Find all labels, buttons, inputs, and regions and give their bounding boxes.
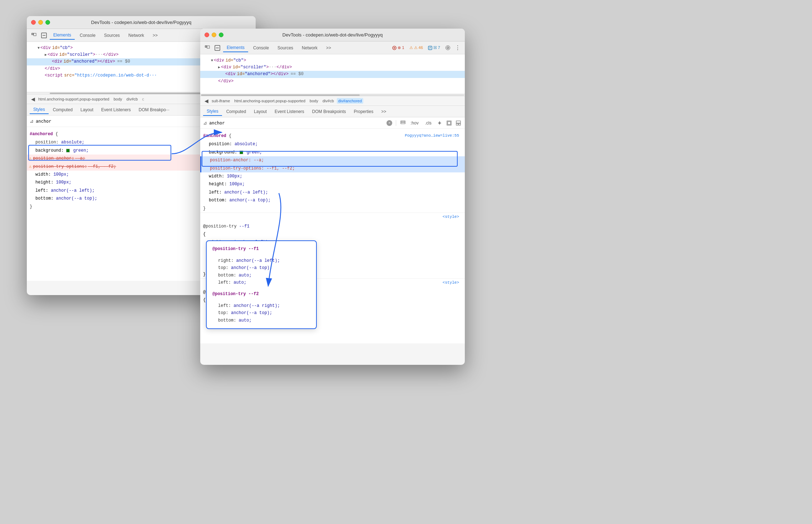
- tab-console-back[interactable]: Console: [76, 31, 99, 39]
- filter-icon-back: ⊿: [30, 118, 34, 124]
- tooltip-prop-right: right: anchor(--a left);: [212, 257, 310, 264]
- tab-network-back[interactable]: Network: [125, 31, 148, 39]
- svg-rect-24: [456, 123, 458, 125]
- filter-cls-front[interactable]: .cls: [423, 120, 434, 126]
- back-arrow-icon[interactable]: ◀: [30, 96, 36, 102]
- subtab-events-back[interactable]: Event Listeners: [98, 106, 134, 114]
- tooltip-spacer-2: [212, 286, 310, 290]
- minimize-button-front[interactable]: [212, 33, 216, 37]
- inspector-icon[interactable]: [40, 31, 48, 40]
- badge-error: ⊗ 1: [390, 45, 406, 51]
- tooltip-prop-bottom-1: bottom: auto;: [212, 272, 310, 279]
- svg-rect-0: [32, 33, 33, 35]
- position-try-f1-selector: @position-try --f1: [200, 222, 465, 230]
- inspect-icon-front[interactable]: [446, 119, 453, 127]
- css-selector-front: #anchored { Pogyyyq?ano…iew=live:55: [200, 132, 465, 140]
- subtab-layout-back[interactable]: Layout: [77, 106, 97, 114]
- tooltip-prop-left-2: left: anchor(--a right);: [212, 302, 310, 309]
- error-count: ⊗ 1: [398, 45, 404, 50]
- more-icon-front[interactable]: ⋮: [453, 44, 462, 52]
- fullscreen-button-front[interactable]: [219, 33, 223, 37]
- h-scrollbar-front[interactable]: [200, 94, 465, 96]
- color-swatch-front[interactable]: [240, 151, 243, 154]
- filter-hov-front[interactable]: :hov: [408, 120, 421, 126]
- close-button-back[interactable]: [31, 20, 36, 25]
- style-link-2[interactable]: <style>: [443, 279, 459, 286]
- cursor-icon-front[interactable]: [203, 44, 212, 52]
- tooltip-prop-bottom-2: bottom: auto;: [212, 317, 310, 324]
- breadcrumb-body-front[interactable]: body: [308, 98, 320, 104]
- breadcrumb-divanchored-front[interactable]: div#anchored: [337, 98, 363, 104]
- subtab-dom-back[interactable]: DOM Breakpo···: [135, 106, 173, 114]
- badge-info: ☒ 7: [426, 45, 442, 51]
- expand-arrow-front-2[interactable]: ▶: [218, 65, 220, 70]
- tree-line-front-2[interactable]: ▶ <div id="scroller" > ··· </div>: [200, 64, 465, 71]
- tree-line-front-1[interactable]: ▼ <div id="cb" >: [200, 57, 465, 64]
- subtab-layout-front[interactable]: Layout: [250, 108, 270, 116]
- layer-icon[interactable]: [400, 120, 406, 126]
- fullscreen-button-back[interactable]: [45, 20, 50, 25]
- subtab-events-front[interactable]: Event Listeners: [271, 108, 308, 116]
- filter-input-back[interactable]: [36, 119, 203, 124]
- css-prop-anchor-front: position-anchor: --a;: [200, 156, 465, 164]
- tab-more-front[interactable]: >>: [323, 44, 335, 52]
- tree-line-front-4[interactable]: </div>: [200, 78, 465, 85]
- css-content-front: #anchored { Pogyyyq?ano…iew=live:55 posi…: [200, 129, 465, 343]
- style-link-1[interactable]: <style>: [443, 214, 459, 220]
- tooltip-prop-left-1: left: auto;: [212, 279, 310, 286]
- css-prop-bottom-front: bottom: anchor(--a top);: [200, 196, 465, 204]
- subtab-more-front[interactable]: >>: [378, 108, 390, 116]
- breadcrumb-divcb-front[interactable]: div#cb: [321, 98, 335, 104]
- expand-arrow-2[interactable]: ▶: [45, 52, 47, 58]
- breadcrumb-item-body[interactable]: body: [112, 96, 124, 102]
- breadcrumb-item-divcb[interactable]: div#cb: [125, 96, 139, 102]
- breadcrumb-sult-iframe[interactable]: sult-iframe: [210, 98, 231, 104]
- title-bar-front: DevTools - codepen.io/web-dot-dev/live/P…: [200, 29, 465, 41]
- breadcrumb-item-html[interactable]: html.anchoring-support.popup-supported: [37, 96, 111, 102]
- subtab-styles-front[interactable]: Styles: [203, 107, 222, 116]
- subtab-styles-back[interactable]: Styles: [30, 106, 49, 114]
- subtab-computed-front[interactable]: Computed: [223, 108, 250, 116]
- color-swatch-back[interactable]: [66, 149, 70, 152]
- tab-network-front[interactable]: Network: [298, 44, 321, 52]
- tooltip-selector-f1: @position-try --f1: [212, 245, 310, 253]
- warning-icon-anchor-back: ⚠: [29, 155, 31, 162]
- subtab-props-front[interactable]: Properties: [350, 108, 377, 116]
- breadcrumb-front: ◀ sult-iframe html.anchoring-support.pop…: [200, 96, 465, 106]
- tooltip-spacer-3: [212, 299, 310, 302]
- tab-more-back[interactable]: >>: [149, 31, 161, 39]
- source-link-front-1[interactable]: Pogyyyq?ano…iew=live:55: [405, 132, 459, 139]
- css-prop-width-front: width: 100px;: [200, 172, 465, 180]
- svg-rect-7: [207, 46, 210, 48]
- css-prop-background-front: background: green;: [200, 148, 465, 156]
- close-button-front[interactable]: [205, 33, 209, 37]
- expand-arrow-1[interactable]: ▼: [38, 45, 40, 51]
- tab-sources-back[interactable]: Sources: [100, 31, 123, 39]
- badge-warning: ⚠ ⚠ 46: [408, 45, 425, 51]
- filter-clear-front[interactable]: ×: [387, 120, 392, 126]
- css-prop-position-front: position: absolute;: [200, 140, 465, 148]
- tree-line-front-3[interactable]: <div id="anchored" ></div> == $0: [200, 71, 465, 78]
- expand-arrow-front-1[interactable]: ▼: [211, 58, 213, 64]
- breadcrumb-html-front[interactable]: html.anchoring-support.popup-supported: [233, 98, 307, 104]
- cursor-icon[interactable]: [30, 31, 38, 40]
- inspector-icon-front[interactable]: [213, 44, 222, 52]
- tab-elements-back[interactable]: Elements: [50, 31, 75, 40]
- tab-sources-front[interactable]: Sources: [274, 44, 297, 52]
- css-prop-height-front: height: 100px;: [200, 180, 465, 188]
- style-link-row-1: <style>: [200, 212, 465, 221]
- subtab-dom-front[interactable]: DOM Breakpoints: [309, 108, 350, 116]
- tab-console-front[interactable]: Console: [250, 44, 272, 52]
- subtab-computed-back[interactable]: Computed: [49, 106, 76, 114]
- svg-rect-1: [34, 33, 36, 36]
- tab-elements-front[interactable]: Elements: [223, 44, 248, 52]
- back-arrow-icon-front[interactable]: ◀: [203, 98, 210, 104]
- filter-icon-front: ⊿: [203, 120, 207, 126]
- minimize-button-back[interactable]: [38, 20, 43, 25]
- settings-icon-front[interactable]: [443, 44, 452, 52]
- filter-plus-front[interactable]: +: [436, 119, 443, 127]
- filter-input-front[interactable]: [209, 121, 384, 126]
- breadcrumb-overflow[interactable]: c: [141, 96, 146, 102]
- layout-icon-front[interactable]: [455, 119, 462, 127]
- html-tree-front: ▼ <div id="cb" > ▶ <div id="scroller" > …: [200, 54, 465, 94]
